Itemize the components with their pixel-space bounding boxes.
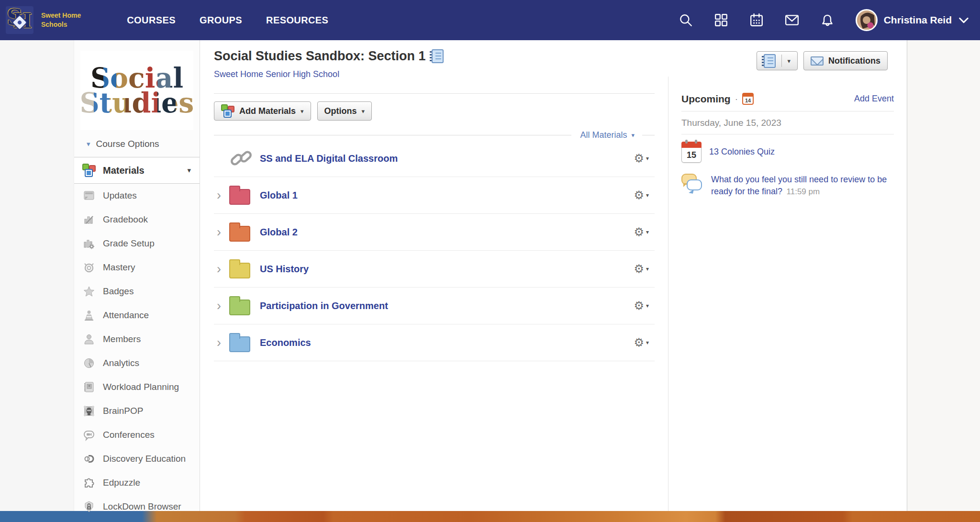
gear-icon: ⚙ (634, 153, 644, 164)
row-gear-menu[interactable]: ⚙▾ (634, 337, 649, 348)
row-gear-menu[interactable]: ⚙▾ (634, 153, 649, 164)
material-row-global-2: › Global 2 ⚙▾ (214, 214, 655, 251)
discovery-education-icon (82, 452, 96, 466)
folder-icon[interactable] (229, 189, 250, 205)
sidebar-item-brainpop[interactable]: BrainPOP (74, 399, 200, 423)
chevron-down-icon[interactable] (958, 14, 969, 26)
material-link[interactable]: SS and ELA Digital Classroom (260, 153, 398, 164)
event-time: 11:59 pm (787, 187, 820, 196)
materials-icon (221, 104, 234, 118)
sidebar-item-gradebook[interactable]: Gradebook (74, 208, 200, 232)
app-launcher-icon[interactable] (714, 13, 728, 27)
expand-chevron-icon[interactable]: › (217, 263, 229, 276)
nav-link-groups[interactable]: GROUPS (200, 15, 242, 26)
gear-icon: ⚙ (634, 226, 644, 238)
messages-icon[interactable] (785, 13, 799, 27)
sidebar-item-members[interactable]: Members (74, 327, 200, 351)
sidebar-item-workload-planning[interactable]: Workload Planning (74, 375, 200, 399)
chevron-down-icon: ▾ (362, 108, 365, 115)
material-link[interactable]: Global 2 (260, 227, 298, 238)
material-link[interactable]: Global 1 (260, 190, 298, 201)
notifications-bell-icon[interactable] (820, 13, 835, 27)
event-link[interactable]: 13 Colonies Quiz (709, 146, 775, 158)
expand-chevron-icon[interactable]: › (217, 226, 229, 239)
chevron-down-icon: ▾ (646, 229, 649, 235)
material-row-us-history: › US History ⚙▾ (214, 251, 655, 288)
add-event-link[interactable]: Add Event (854, 94, 894, 104)
sidebar-item-lockdown-browser[interactable]: LockDown Browser (74, 495, 200, 519)
sidebar-item-label: LockDown Browser (103, 501, 181, 512)
nav-link-resources[interactable]: RESOURCES (266, 15, 328, 26)
upcoming-event-quiz: 15 13 Colonies Quiz (681, 134, 894, 167)
user-menu[interactable]: Christina Reid (856, 9, 969, 31)
gear-icon: ⚙ (634, 300, 644, 311)
expand-chevron-icon[interactable]: › (217, 300, 229, 312)
sidebar-item-badges[interactable]: Badges (74, 279, 200, 303)
chevron-down-icon: ▾ (646, 155, 649, 162)
event-calendar-icon: 15 (681, 142, 702, 163)
course-options-toggle[interactable]: ▾ Course Options (87, 139, 200, 149)
user-name[interactable]: Christina Reid (884, 14, 952, 26)
header-actions: ▾ Notifications (757, 51, 888, 70)
sidebar-item-label: BrainPOP (103, 406, 143, 416)
chain-link-icon[interactable] (229, 148, 253, 169)
folder-icon[interactable] (229, 336, 250, 352)
avatar[interactable] (856, 9, 878, 31)
conferences-icon (82, 428, 96, 442)
school-link[interactable]: Sweet Home Senior High School (214, 69, 339, 79)
folder-icon[interactable] (229, 226, 250, 242)
search-icon[interactable] (679, 13, 693, 27)
options-button[interactable]: Options ▾ (317, 101, 372, 121)
sidebar-item-mastery[interactable]: Mastery (74, 255, 200, 279)
folder-icon[interactable] (229, 300, 250, 315)
material-row-ss-ela-digital-classroom: › SS and ELA Digital Classroom ⚙▾ (214, 140, 655, 177)
materials-icon (82, 163, 96, 178)
row-gear-menu[interactable]: ⚙▾ (634, 300, 649, 311)
material-link[interactable]: Participation in Government (260, 300, 388, 311)
row-gear-menu[interactable]: ⚙▾ (634, 226, 649, 238)
add-materials-button[interactable]: Add Materials ▾ (214, 101, 311, 121)
sidebar-item-analytics[interactable]: Analytics (74, 351, 200, 375)
sidebar-item-discovery-education[interactable]: Discovery Education (74, 447, 200, 471)
chevron-down-icon[interactable]: ▾ (631, 132, 635, 139)
members-icon (82, 332, 96, 346)
sidebar-item-label: Edpuzzle (103, 478, 140, 488)
upcoming-calendar-icon[interactable]: 14 (742, 93, 754, 105)
calendar-icon[interactable] (749, 13, 764, 27)
chevron-down-icon: ▾ (646, 266, 649, 272)
discussion-bubbles-icon (681, 174, 703, 195)
material-row-participation-in-government: › Participation in Government ⚙▾ (214, 288, 655, 324)
sidebar-item-label: Gradebook (103, 214, 148, 225)
lockdown-browser-icon (82, 500, 96, 514)
school-brand[interactable]: S H Sweet Home Schools (6, 6, 81, 34)
gear-icon: ⚙ (634, 337, 644, 348)
sidebar-item-materials[interactable]: Materials ▾ (74, 157, 200, 184)
analytics-icon (82, 356, 96, 370)
sidebar-item-conferences[interactable]: Conferences (74, 423, 200, 447)
sidebar-item-updates[interactable]: Updates (74, 184, 200, 208)
nav-link-courses[interactable]: COURSES (127, 15, 176, 26)
sidebar-item-edpuzzle[interactable]: Edpuzzle (74, 471, 200, 495)
notebook-icon (432, 49, 444, 63)
material-link[interactable]: Economics (260, 337, 311, 348)
folder-icon[interactable] (229, 263, 250, 278)
school-name-line2: Schools (41, 20, 81, 29)
all-materials-filter[interactable]: All Materials (580, 130, 627, 140)
course-materials-dropdown-button[interactable]: ▾ (757, 51, 798, 70)
divider (214, 135, 571, 135)
row-gear-menu[interactable]: ⚙▾ (634, 189, 649, 201)
material-link[interactable]: US History (260, 264, 309, 275)
sidebar-item-attendance[interactable]: Attendance (74, 303, 200, 327)
expand-chevron-icon[interactable]: › (217, 336, 229, 349)
sidebar-item-label: Workload Planning (103, 382, 179, 392)
sidebar-item-grade-setup[interactable]: Grade Setup (74, 232, 200, 255)
schoology-course-page: S H Sweet Home Schools COURSES GROUPS RE… (0, 0, 980, 522)
sidebar-item-label: Conferences (103, 430, 155, 440)
row-gear-menu[interactable]: ⚙▾ (634, 263, 649, 275)
chevron-down-icon: ▾ (787, 57, 791, 65)
expand-chevron-icon[interactable]: › (217, 189, 229, 202)
materials-caret-icon[interactable]: ▾ (187, 166, 191, 175)
notifications-button[interactable]: Notifications (803, 51, 888, 70)
upcoming-event-discussion: What do you feel you still need to revie… (681, 167, 894, 201)
event-day-number: 15 (687, 150, 696, 160)
